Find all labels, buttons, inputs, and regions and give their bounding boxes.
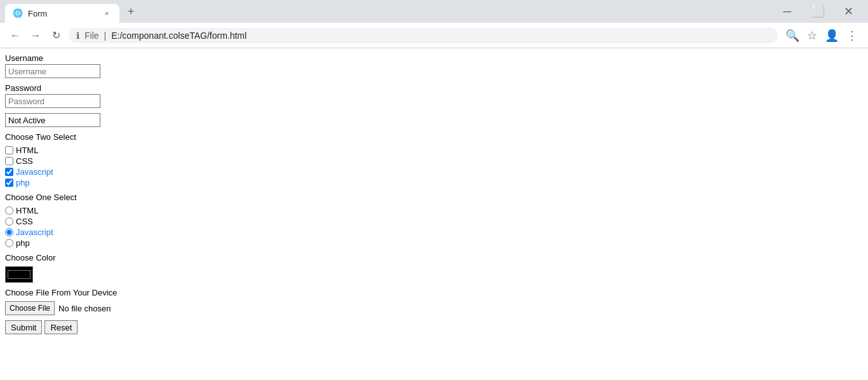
choose-two-label: Choose Two Select	[5, 132, 863, 142]
back-icon: ←	[10, 30, 20, 41]
choose-one-label: Choose One Select	[5, 193, 863, 202]
radio-php[interactable]	[5, 239, 13, 247]
status-display: Not Active	[5, 113, 100, 127]
tab-close-button[interactable]: ×	[102, 8, 112, 18]
refresh-button[interactable]: ↻	[48, 28, 64, 43]
radio-css-label: CSS	[16, 217, 33, 226]
radio-html-item: HTML	[5, 206, 863, 215]
address-separator: |	[104, 31, 107, 41]
address-actions: 🔍 ☆ 👤 ⋮	[783, 26, 860, 45]
reset-button[interactable]: Reset	[44, 320, 78, 334]
forward-icon: →	[31, 30, 41, 41]
checkbox-html[interactable]	[5, 146, 13, 154]
checkbox-html-label: HTML	[16, 146, 38, 155]
checkbox-php-item: php	[5, 178, 863, 187]
choose-file-button[interactable]: Choose File	[5, 301, 55, 315]
new-tab-button[interactable]: +	[122, 3, 140, 20]
choose-file-label: Choose File From Your Device	[5, 288, 863, 297]
radio-css-item: CSS	[5, 217, 863, 226]
minimize-button[interactable]: ─	[773, 2, 802, 21]
checkbox-group: HTML CSS Javascript php	[5, 146, 863, 187]
radio-html[interactable]	[5, 207, 13, 215]
checkbox-php-label: php	[16, 178, 30, 187]
color-picker[interactable]	[5, 266, 33, 283]
password-input[interactable]	[5, 94, 100, 108]
checkbox-css[interactable]	[5, 157, 13, 165]
radio-javascript[interactable]	[5, 228, 13, 236]
close-window-icon: ✕	[840, 3, 857, 20]
address-input[interactable]: ℹ File | E:/componant.colseTAG/form.html	[69, 28, 778, 43]
form-actions: Submit Reset	[5, 320, 863, 334]
checkbox-js-label: Javascript	[16, 167, 53, 177]
file-input-wrap: Choose File No file chosen	[5, 301, 863, 315]
restore-icon: ⬜	[807, 3, 829, 20]
submit-button[interactable]: Submit	[5, 320, 42, 334]
checkbox-php[interactable]	[5, 179, 13, 187]
page-content: Username Password Not Active Choose Two …	[0, 48, 868, 339]
minimize-icon: ─	[780, 4, 796, 20]
tab-title: Form	[28, 9, 47, 18]
choose-color-label: Choose Color	[5, 253, 863, 262]
active-tab[interactable]: 🌐 Form ×	[5, 4, 119, 23]
address-info-icon: ℹ	[76, 31, 79, 41]
close-window-button[interactable]: ✕	[834, 2, 863, 21]
tab-bar-controls: ─ ⬜ ✕	[773, 2, 863, 21]
radio-html-label: HTML	[16, 206, 38, 215]
radio-js-label: Javascript	[16, 227, 53, 237]
checkbox-html-item: HTML	[5, 146, 863, 155]
radio-css[interactable]	[5, 217, 13, 226]
file-section: Choose File From Your Device Choose File…	[5, 288, 863, 315]
tab-favicon-icon: 🌐	[13, 8, 23, 18]
address-file-label: File	[85, 31, 99, 41]
checkbox-js-item: Javascript	[5, 167, 863, 177]
checkbox-css-item: CSS	[5, 156, 863, 166]
no-file-text: No file chosen	[58, 304, 111, 313]
address-url: E:/componant.colseTAG/form.html	[111, 31, 247, 41]
profile-icon[interactable]: 👤	[822, 26, 841, 45]
restore-button[interactable]: ⬜	[803, 2, 832, 21]
refresh-icon: ↻	[52, 29, 60, 41]
address-bar: ← → ↻ ℹ File | E:/componant.colseTAG/for…	[0, 23, 868, 48]
checkbox-javascript[interactable]	[5, 168, 13, 176]
back-button[interactable]: ←	[8, 28, 23, 43]
radio-php-label: php	[16, 238, 30, 248]
radio-php-item: php	[5, 238, 863, 248]
bookmark-icon[interactable]: ☆	[804, 26, 820, 45]
username-label: Username	[5, 53, 863, 63]
browser-chrome: 🌐 Form × + ─ ⬜ ✕ ← →	[0, 0, 868, 339]
radio-group: HTML CSS Javascript php	[5, 206, 863, 248]
checkbox-css-label: CSS	[16, 156, 33, 166]
radio-js-item: Javascript	[5, 227, 863, 237]
color-section: Choose Color	[5, 253, 863, 283]
menu-icon[interactable]: ⋮	[844, 26, 860, 45]
username-input[interactable]	[5, 64, 100, 78]
search-icon[interactable]: 🔍	[783, 26, 802, 45]
tab-bar: 🌐 Form × + ─ ⬜ ✕	[0, 0, 868, 23]
window-controls: ─ ⬜ ✕	[773, 2, 863, 21]
password-label: Password	[5, 83, 863, 93]
forward-button[interactable]: →	[28, 28, 43, 43]
